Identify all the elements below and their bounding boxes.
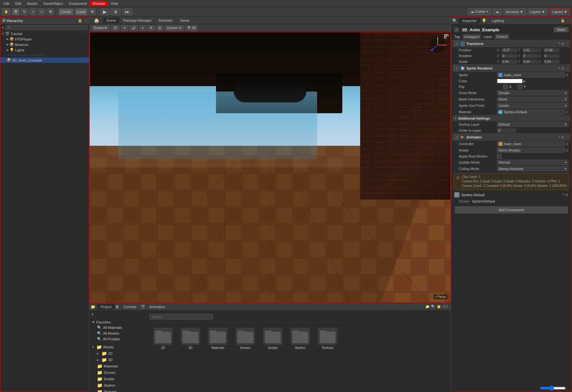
center-btn[interactable]: Center [58,8,73,15]
avatar-ref[interactable]: None (Avatar) [497,148,565,153]
tutorial-menu[interactable]: ⋮ [85,32,88,35]
shading-btn[interactable]: Shaded ▼ [91,25,110,31]
assets-root-item[interactable]: ▼ 📁 Assets [91,344,145,350]
flip-y-checkbox[interactable] [518,85,522,89]
animator-tab[interactable]: Animator [155,18,176,23]
sprite-sort-point-dropdown[interactable]: Center ▼ [497,103,568,108]
scale-z[interactable] [544,60,560,64]
animator-header[interactable]: ✓ Animator ? ⚙ ⋮ [452,133,570,141]
scale-x[interactable] [501,60,517,64]
hierarchy-lock-icon[interactable]: 🔒 [78,18,82,23]
scene-more-icon[interactable]: ⋮ [444,18,448,22]
game-tab[interactable]: Game [177,18,193,23]
material-settings-icon[interactable]: ⚙ [565,193,568,197]
controller-ref[interactable]: • main_room [497,141,565,146]
scene-maximize-btn[interactable] [444,34,449,39]
bottom-menu2-icon[interactable]: 🔍 [431,305,435,309]
rotation-z[interactable] [544,54,560,58]
scenes-folder-item[interactable]: 📁 Scenes [91,369,145,376]
grid-btn[interactable]: ⊞ [89,8,96,15]
scene-tab[interactable]: Scene [103,18,119,23]
package-manager-tab[interactable]: Package Manager [120,18,155,23]
avatar-target-icon[interactable]: ⊙ [566,148,568,152]
controller-target-icon[interactable]: ⊙ [566,142,568,146]
animator-enable-checkbox[interactable]: ✓ [454,135,459,139]
folder-2d[interactable]: 2D [152,328,174,350]
bottom-menu1-icon[interactable]: 📁 [425,305,430,309]
color-swatch[interactable] [497,79,523,83]
project-tab[interactable]: Project [97,304,115,310]
additional-settings-header[interactable]: ▼ Additional Settings [452,115,570,121]
hierarchy-item-tutorial[interactable]: ▼ 🎬 Tutorial ⋮ [0,31,89,36]
folder-scenes[interactable]: Scenes [234,328,256,350]
lighting-tab[interactable]: Lighting [488,18,508,24]
project-search-input[interactable] [149,314,213,320]
hierarchy-item-lights[interactable]: ▶ 💡 Lights [0,47,89,53]
scale-tool[interactable]: ⤢ [29,8,37,15]
material-target-icon[interactable]: ⊙ [566,110,568,114]
layout-btn[interactable]: Layout ▼ [549,8,570,15]
position-z[interactable] [544,48,560,52]
layer-dropdown[interactable]: Default [495,34,509,39]
transform-header[interactable]: ✓ Transform ? ⚙ ⋮ [452,40,570,47]
animator-menu-icon[interactable]: ⋮ [565,136,568,139]
bottom-star-icon[interactable]: ⭐ [437,305,441,309]
all-prefabs-item[interactable]: 🔍 All Prefabs [91,336,145,342]
folder-scripts[interactable]: Scripts [262,328,284,350]
position-x[interactable] [501,48,517,52]
folder-skybox[interactable]: Skybox [289,328,311,350]
lighting-btn[interactable]: ☀ [121,25,128,31]
hidden-btn[interactable]: 👁 [147,25,155,31]
transform-enable-checkbox[interactable]: ✓ [454,41,459,46]
position-y[interactable] [523,48,539,52]
textures-folder-item[interactable]: 📁 Textures [91,388,145,392]
folder-textures[interactable]: Textures [316,328,339,350]
menu-component[interactable]: Component [66,1,89,6]
layers-btn[interactable]: Layers ▼ [527,8,548,15]
menu-assets[interactable]: Assets [25,1,40,6]
account-btn[interactable]: Account ▼ [503,8,526,15]
material-help-icon[interactable]: ? [562,193,564,197]
hierarchy-item-museum[interactable]: ▶ 📦 Museum [0,42,89,47]
favorites-item[interactable]: ★ Favorites [91,319,145,325]
menu-window[interactable]: Window [90,1,108,6]
sprite-ref[interactable]: • main_room [497,72,565,78]
transform-help-icon[interactable]: ? [558,42,560,46]
pause-btn[interactable]: ⏸ [111,8,121,15]
order-in-layer-input[interactable] [497,128,516,133]
add-component-button[interactable]: Add Component [455,206,568,213]
grid-view-btn[interactable]: ⊞ [156,25,163,31]
local-btn[interactable]: Local [75,8,87,15]
tag-dropdown[interactable]: Untagged [463,34,481,39]
draw-mode-dropdown[interactable]: Simple ▼ [497,90,568,95]
add-asset-btn[interactable]: + [91,312,94,317]
sprite-target-icon[interactable]: ⊙ [566,73,568,77]
hierarchy-more-icon[interactable]: ⋮ [84,18,87,23]
scene-viewport[interactable]: Y X < Persp [89,32,451,303]
inspector-more-icon[interactable]: ⋮ [566,18,570,23]
update-mode-dropdown[interactable]: Normal ▼ [497,160,568,165]
play-btn[interactable]: ▶ [100,8,109,15]
mask-interaction-dropdown[interactable]: None ▼ [497,97,568,102]
hierarchy-item-2danim[interactable]: 📦 2D_Anim_Example [0,57,89,63]
scripts-folder-item[interactable]: 📁 Scripts [91,376,145,382]
search-scene-btn[interactable]: 🔍 All [185,25,198,31]
hierarchy-item-fpsplayer[interactable]: ▶ 📦 FPSPlayer [0,36,89,42]
all-models-item[interactable]: 🔍 All Models [91,330,145,336]
transform-tool[interactable]: ⊞ [47,8,54,15]
folder-materials[interactable]: Materials [207,328,229,350]
materials-folder-item[interactable]: 📁 Materials [91,363,145,369]
all-materials-item[interactable]: 🔍 All Materials [91,325,145,330]
inspector-tab[interactable]: Inspector [458,18,480,24]
sprite-settings-icon[interactable]: ⚙ [561,67,564,70]
skybox-folder-item[interactable]: 📁 Skybox [91,382,145,388]
rotation-y[interactable] [523,54,539,58]
collab-btn[interactable]: ☁ Collab ▼ [468,8,491,15]
hand-tool[interactable]: ✋ [2,8,11,15]
inspector-lock-icon[interactable]: 🔒 [561,18,565,23]
sprite-help-icon[interactable]: ? [558,67,560,70]
effects-btn[interactable]: ✦ [139,25,146,31]
menu-file[interactable]: File [1,1,12,6]
scale-y[interactable] [523,60,539,64]
culling-mode-dropdown[interactable]: Always Animate ▼ [497,166,568,171]
